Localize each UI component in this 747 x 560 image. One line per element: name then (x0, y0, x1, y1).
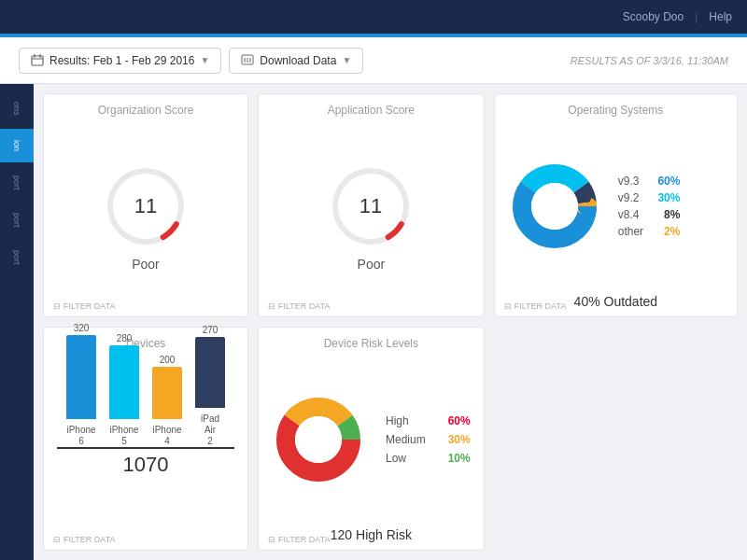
risk-row-medium: Medium 30% (386, 433, 471, 446)
top-nav: Scooby Doo | Help (0, 0, 747, 34)
org-score-title: Organization Score (57, 104, 234, 117)
app-score-label: Poor (358, 257, 386, 272)
app-score-card: Application Score 11 Poor ⊟ FILTER DATA (258, 93, 485, 317)
filter-icon3: ⊟ (504, 301, 512, 311)
risk-legend: High 60% Medium 30% Low 10% (386, 414, 471, 465)
download-chevron: ▼ (342, 55, 351, 65)
risk-row-low: Low 10% (386, 452, 471, 465)
sidebar-item-report1[interactable]: port (0, 166, 34, 200)
filter-icon2: ⊟ (268, 301, 275, 311)
sidebar-label-report2: port (12, 209, 21, 231)
sidebar: ons ion port port port (0, 84, 34, 560)
risk-row-high: High 60% (386, 414, 471, 427)
devices-total: 1070 (57, 453, 234, 477)
device-risk-title: Device Risk Levels (272, 337, 471, 350)
device-risk-card: Device Risk Levels High 60% (258, 327, 485, 551)
devices-filter-data[interactable]: ⊟ FILTER DATA (53, 535, 116, 544)
sidebar-item-ion[interactable]: ion (0, 129, 34, 162)
bar-ipadair2-rect (195, 337, 225, 408)
bar-ipadair2: 270 iPad Air2 (195, 325, 225, 447)
os-legend: v9.3 60% v9.2 30% v8.4 8% other 2% (618, 175, 681, 238)
filter-icon5: ⊟ (268, 535, 275, 544)
os-card: Operating Systems v9.3 (494, 93, 738, 317)
os-legend-row-v84: v8.4 8% (618, 208, 681, 221)
os-donut-svg (508, 160, 601, 253)
download-button[interactable]: Download Data ▼ (229, 48, 363, 74)
app-gauge-svg: 11 (324, 160, 417, 253)
sidebar-item-ons[interactable]: ons (0, 91, 34, 125)
help-link[interactable]: Help (709, 10, 732, 23)
sidebar-item-report2[interactable]: port (0, 203, 34, 237)
results-as-of: RESULTS AS OF 3/3/16, 11:30AM (571, 55, 728, 66)
os-title: Operating Systems (508, 104, 724, 117)
bar-iphone5-rect (109, 345, 139, 419)
bar-iphone6-rect (66, 335, 96, 419)
os-filter-data[interactable]: ⊟ FILTER DATA (504, 301, 567, 311)
risk-donut-svg (272, 393, 365, 486)
toolbar-left: Results: Feb 1 - Feb 29 2016 ▼ Download … (19, 48, 559, 74)
org-score-card: Organization Score 11 Poor ⊟ FILTER DATA (43, 93, 248, 317)
results-filter-button[interactable]: Results: Feb 1 - Feb 29 2016 ▼ (19, 48, 221, 74)
sidebar-label-report1: port (12, 172, 21, 194)
filter-icon4: ⊟ (53, 535, 61, 544)
bar-iphone4-rect (152, 367, 182, 419)
app-filter-data[interactable]: ⊟ FILTER DATA (268, 301, 331, 311)
toolbar: Results: Feb 1 - Feb 29 2016 ▼ Download … (0, 37, 747, 84)
download-icon (241, 54, 254, 67)
os-legend-row-v93: v9.3 60% (618, 175, 681, 188)
svg-text:11: 11 (359, 194, 382, 217)
bars-wrapper: 320 iPhone6 280 iPhone5 200 iPhone4 (57, 356, 234, 449)
svg-text:11: 11 (134, 194, 157, 217)
svg-point-22 (295, 416, 342, 463)
dashboard: Organization Score 11 Poor ⊟ FILTER DATA… (34, 84, 747, 560)
sidebar-item-report3[interactable]: port (0, 241, 34, 274)
svg-point-18 (531, 183, 578, 230)
os-content: v9.3 60% v9.2 30% v8.4 8% other 2% (508, 122, 724, 290)
org-gauge-svg: 11 (99, 160, 192, 253)
os-legend-row-other: other 2% (618, 225, 681, 238)
org-score-gauge: 11 Poor (57, 122, 234, 309)
risk-filter-data[interactable]: ⊟ FILTER DATA (268, 535, 331, 544)
download-label: Download Data (260, 54, 336, 67)
filter-icon: ⊟ (53, 301, 61, 311)
bar-chart-area: 320 iPhone6 280 iPhone5 200 iPhone4 (57, 356, 234, 542)
os-legend-row-v92: v9.2 30% (618, 191, 681, 204)
org-filter-data[interactable]: ⊟ FILTER DATA (53, 301, 116, 311)
sidebar-label-ons: ons (12, 98, 21, 119)
app-score-gauge: 11 Poor (272, 122, 471, 309)
bar-iphone5: 280 iPhone5 (109, 333, 139, 447)
bar-iphone6: 320 iPhone6 (66, 323, 96, 447)
results-chevron: ▼ (200, 55, 209, 65)
risk-content: High 60% Medium 30% Low 10% (272, 356, 471, 524)
sidebar-label-ion: ion (12, 136, 21, 155)
nav-separator: | (695, 10, 698, 23)
bar-iphone4: 200 iPhone4 (152, 355, 182, 447)
results-label: Results: Feb 1 - Feb 29 2016 (49, 54, 194, 67)
org-score-label: Poor (132, 257, 160, 272)
sidebar-label-report3: port (12, 246, 21, 269)
user-name: Scooby Doo (623, 10, 684, 23)
app-score-title: Application Score (272, 104, 471, 117)
svg-rect-0 (32, 56, 43, 65)
main-layout: ons ion port port port Organization Scor… (0, 84, 747, 560)
calendar-icon (31, 54, 44, 67)
devices-card: Devices 320 iPhone6 280 iPhone5 (43, 327, 248, 551)
